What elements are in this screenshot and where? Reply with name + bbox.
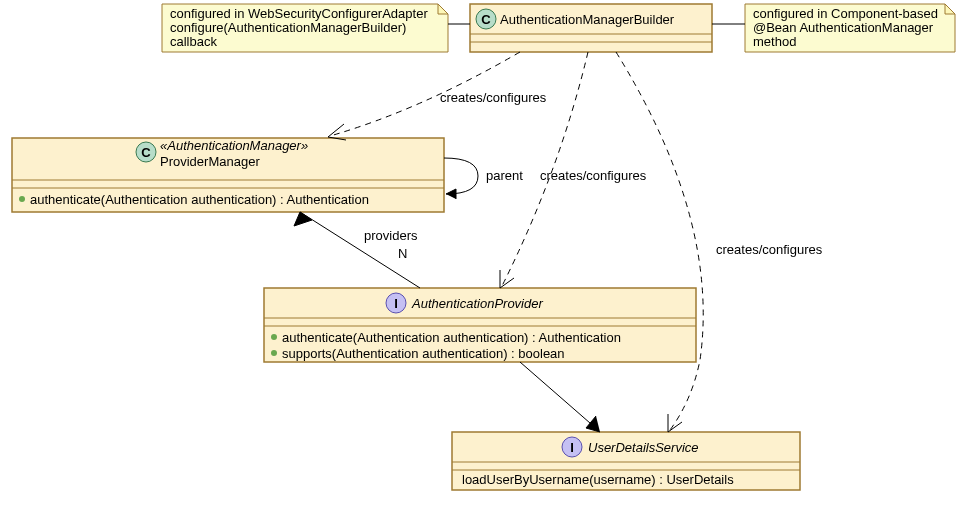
uds-m1: loadUserByUsername(username) : UserDetai… <box>462 472 734 487</box>
edge-ap-uds <box>520 362 600 432</box>
edge-pm-self-label: parent <box>486 168 523 183</box>
edge-amb-pm: creates/configures <box>328 52 547 140</box>
pm-name: ProviderManager <box>160 154 260 169</box>
class-authentication-provider: I AuthenticationProvider authenticate(Au… <box>264 288 696 362</box>
edge-amb-ap-label: creates/configures <box>540 168 647 183</box>
amb-name: AuthenticationManagerBuilder <box>500 12 675 27</box>
pm-stereo: «AuthenticationManager» <box>160 138 308 153</box>
svg-point-14 <box>271 350 277 356</box>
ap-name: AuthenticationProvider <box>411 296 543 311</box>
edge-amb-pm-label: creates/configures <box>440 90 547 105</box>
uds-name: UserDetailsService <box>588 440 699 455</box>
svg-point-8 <box>19 196 25 202</box>
letter-i-icon: I <box>570 440 574 455</box>
edge-pm-ap-mult: N <box>398 246 407 261</box>
ap-m2: supports(Authentication authentication) … <box>282 346 565 361</box>
edge-amb-uds-label: creates/configures <box>716 242 823 257</box>
letter-c-icon: C <box>481 12 491 27</box>
letter-c-icon: C <box>141 145 151 160</box>
svg-marker-19 <box>294 212 312 226</box>
letter-i-icon: I <box>394 296 398 311</box>
note-right-line2: @Bean AuthenticationManager <box>753 20 934 35</box>
class-provider-manager: C «AuthenticationManager» ProviderManage… <box>12 138 444 212</box>
note-left-line2: configure(AuthenticationManagerBuilder) <box>170 20 406 35</box>
note-right-line1: configured in Component-based <box>753 6 938 21</box>
pm-m1: authenticate(Authentication authenticati… <box>30 192 369 207</box>
ap-m1: authenticate(Authentication authenticati… <box>282 330 621 345</box>
note-right: configured in Component-based @Bean Auth… <box>745 4 955 52</box>
class-user-details-service: I UserDetailsService loadUserByUsername(… <box>452 432 800 490</box>
edge-pm-self: parent <box>444 158 523 199</box>
class-authentication-manager-builder: C AuthenticationManagerBuilder <box>470 4 712 52</box>
note-left: configured in WebSecurityConfigurerAdapt… <box>162 4 448 52</box>
note-left-line3: callback <box>170 34 217 49</box>
note-right-line3: method <box>753 34 796 49</box>
edge-pm-ap: providers N <box>294 212 420 288</box>
edge-pm-ap-label: providers <box>364 228 418 243</box>
svg-point-13 <box>271 334 277 340</box>
note-left-line1: configured in WebSecurityConfigurerAdapt… <box>170 6 428 21</box>
edge-amb-uds: creates/configures <box>616 52 823 432</box>
